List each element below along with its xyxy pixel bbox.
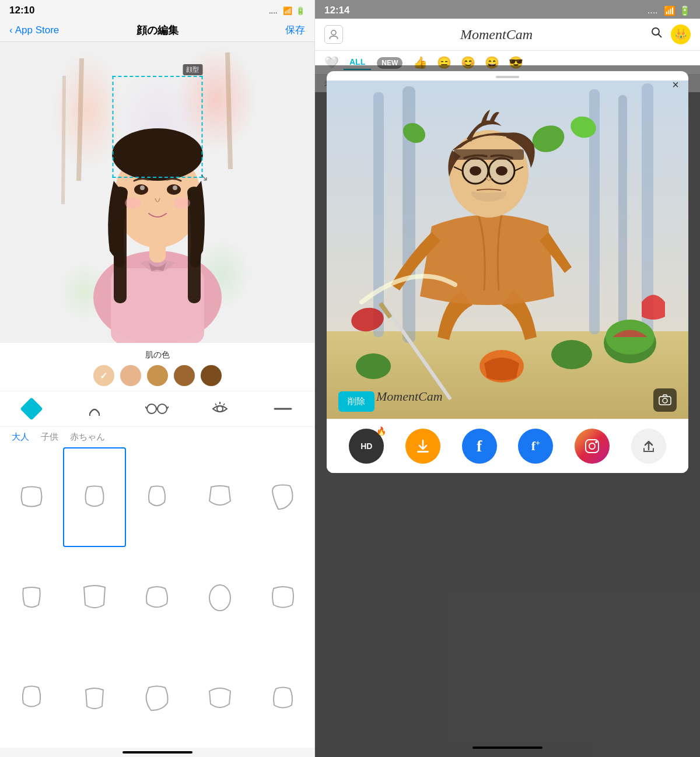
facebook-plus-button[interactable]: f+ — [518, 429, 553, 464]
instagram-icon — [584, 438, 600, 454]
age-tab-child[interactable]: 子供 — [41, 432, 58, 443]
face-shape-13[interactable] — [126, 647, 189, 748]
battery-icon: 🔋 — [296, 6, 305, 15]
face-shape-1[interactable] — [0, 447, 63, 548]
close-button[interactable]: × — [672, 78, 679, 92]
face-selection-box[interactable]: 顔型 ↘ — [112, 76, 202, 178]
svg-point-41 — [551, 340, 592, 369]
status-time-left: 12:10 — [9, 5, 34, 16]
line-tool[interactable] — [251, 402, 314, 416]
back-label: App Store — [15, 24, 60, 36]
face-shape-9[interactable] — [188, 547, 251, 647]
samurai-scene-svg — [327, 80, 688, 419]
age-tab-adult[interactable]: 大人 — [12, 432, 29, 443]
face-shape-11[interactable] — [0, 647, 63, 748]
facebook-button[interactable]: f — [462, 429, 497, 464]
signal-icon-right: .... — [648, 5, 660, 16]
home-indicator-left — [123, 751, 192, 754]
skin-color-label: 肌の色 — [9, 350, 305, 360]
hd-label: HD — [360, 441, 372, 451]
svg-point-28 — [209, 585, 230, 611]
signal-icon: .... — [269, 6, 279, 15]
download-icon — [415, 438, 431, 454]
svg-line-21 — [145, 406, 147, 409]
face-shape-15[interactable] — [251, 647, 314, 748]
svg-point-15 — [174, 197, 190, 209]
swatch-4[interactable] — [174, 365, 195, 386]
facebook-plus-icon: f+ — [531, 439, 540, 454]
face-shape-10[interactable] — [251, 547, 314, 647]
svg-point-14 — [125, 197, 141, 209]
swatch-3[interactable] — [147, 365, 168, 386]
download-button[interactable] — [405, 429, 440, 464]
modal-image-area: 削除 MomentCam — [327, 80, 688, 419]
swatch-1[interactable] — [93, 365, 114, 386]
line-icon — [274, 405, 292, 412]
diamond-icon — [20, 397, 43, 420]
user-profile-button[interactable] — [324, 25, 343, 44]
left-panel: 12:10 .... 📶 🔋 ‹ App Store 顔の編集 保存 — [0, 0, 315, 757]
face-shape-5[interactable] — [251, 447, 314, 548]
face-shape-14[interactable] — [188, 647, 251, 748]
momentcam-header: MomentCam 👑 — [315, 19, 700, 51]
svg-line-31 — [659, 34, 662, 38]
crown-icon: 👑 — [674, 28, 687, 41]
svg-rect-37 — [618, 95, 627, 334]
camera-button[interactable] — [653, 388, 677, 412]
eye-tool[interactable] — [188, 397, 251, 420]
right-panel: 12:14 .... 📶 🔋 MomentCam 👑 🤍 ALL — [315, 0, 700, 757]
search-button[interactable] — [650, 26, 664, 43]
swatch-2[interactable] — [120, 365, 141, 386]
swatch-5[interactable] — [201, 365, 222, 386]
user-icon — [328, 29, 340, 40]
svg-line-22 — [167, 406, 169, 409]
svg-line-2 — [63, 76, 64, 204]
svg-point-30 — [652, 28, 659, 35]
face-shape-2[interactable] — [63, 447, 126, 548]
wifi-icon: 📶 — [283, 6, 292, 15]
svg-line-25 — [223, 404, 225, 405]
status-icons-right: .... 📶 🔋 — [648, 5, 691, 16]
instagram-button[interactable] — [575, 429, 610, 464]
face-shapes-grid — [0, 447, 314, 748]
svg-point-13 — [173, 185, 177, 190]
hd-button[interactable]: HD 🔥 — [349, 429, 384, 464]
svg-point-57 — [470, 166, 481, 176]
svg-point-65 — [589, 443, 595, 449]
face-shape-tool[interactable] — [0, 397, 63, 420]
wifi-icon-right: 📶 — [664, 5, 676, 16]
face-shape-12[interactable] — [63, 647, 126, 748]
facebook-icon: f — [477, 437, 482, 455]
svg-point-66 — [595, 441, 597, 443]
glasses-tool[interactable] — [126, 398, 189, 419]
battery-icon-right: 🔋 — [679, 5, 691, 16]
share-icon — [640, 438, 657, 454]
hair-tool[interactable] — [63, 396, 126, 422]
drag-handle[interactable] — [496, 76, 519, 78]
face-shape-3[interactable] — [126, 447, 189, 548]
delete-button[interactable]: 削除 — [338, 391, 374, 412]
resize-handle[interactable]: ↘ — [200, 171, 208, 184]
svg-rect-34 — [373, 92, 384, 337]
back-button[interactable]: ‹ App Store — [9, 24, 59, 36]
age-tab-baby[interactable]: 赤ちゃん — [70, 432, 105, 443]
skin-color-section: 肌の色 — [0, 343, 314, 391]
svg-rect-59 — [454, 149, 524, 160]
face-shape-8[interactable] — [126, 547, 189, 647]
status-bar-left: 12:10 .... 📶 🔋 — [0, 0, 314, 19]
svg-line-26 — [215, 404, 216, 405]
face-shape-4[interactable] — [188, 447, 251, 548]
status-icons-left: .... 📶 🔋 — [269, 6, 305, 15]
svg-line-1 — [228, 52, 230, 169]
glasses-icon — [145, 402, 169, 416]
face-shape-7[interactable] — [63, 547, 126, 647]
vip-button[interactable]: 👑 — [671, 24, 691, 44]
save-button[interactable]: 保存 — [285, 23, 305, 37]
share-button[interactable] — [631, 429, 666, 464]
svg-rect-63 — [417, 451, 429, 453]
svg-text:MomentCam: MomentCam — [376, 389, 443, 404]
svg-point-62 — [663, 398, 667, 403]
eye-icon — [211, 401, 229, 417]
action-bar: HD 🔥 f f+ — [327, 419, 688, 473]
face-shape-6[interactable] — [0, 547, 63, 647]
